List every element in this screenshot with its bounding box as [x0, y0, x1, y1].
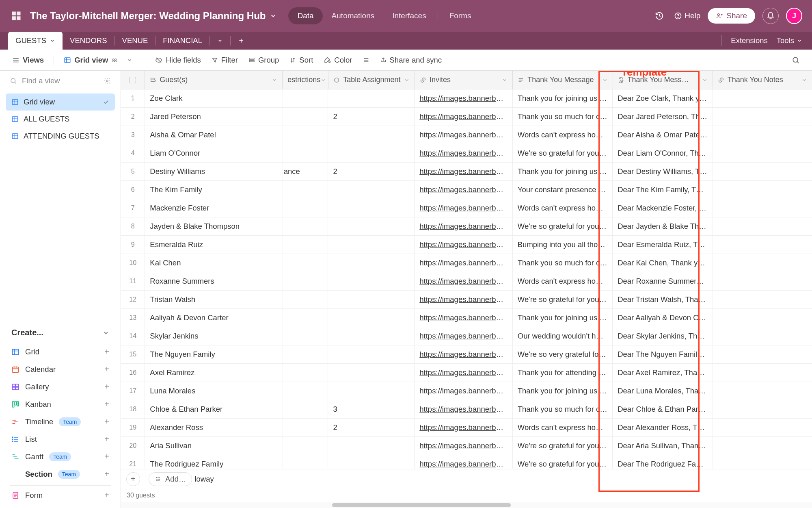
cell-thank-you-message[interactable]: Thank you for attending o…: [513, 364, 613, 382]
create-form[interactable]: Form+: [10, 486, 111, 504]
cell-table-assignment[interactable]: 2: [328, 419, 415, 436]
cell-thank-you-message[interactable]: Thank you so much for ce…: [513, 400, 613, 418]
create-calendar[interactable]: Calendar+: [10, 360, 111, 378]
row-number[interactable]: 8: [121, 217, 145, 235]
horizontal-scrollbar[interactable]: [121, 502, 812, 508]
cell-thank-you-template[interactable]: Dear Chloe & Ethan Parke…: [613, 400, 713, 418]
cell-table-assignment[interactable]: [328, 291, 415, 308]
add-record-plus[interactable]: +: [121, 469, 145, 488]
cell-thank-you-message[interactable]: Bumping into you all thos…: [513, 236, 613, 254]
plus-icon[interactable]: +: [104, 469, 109, 479]
table-row[interactable]: 7Mackenzie Fosterhttps://images.bannerbe…: [121, 199, 812, 217]
cell-guest[interactable]: Alexander Ross: [145, 419, 283, 436]
cell-guest[interactable]: Kai Chen: [145, 254, 283, 272]
cell-restrictions[interactable]: [283, 455, 328, 469]
cell-guest[interactable]: Aria Sullivan: [145, 437, 283, 455]
cell-thank-you-message[interactable]: Thank you so much for ce…: [513, 108, 613, 126]
hide-fields-button[interactable]: Hide fields: [151, 53, 205, 67]
cell-table-assignment[interactable]: [328, 437, 415, 455]
cell-thank-you-template[interactable]: Dear Mackenzie Foster, T…: [613, 199, 713, 217]
cell-invites[interactable]: https://images.bannerbea...: [415, 108, 512, 126]
cell-restrictions[interactable]: [283, 272, 328, 290]
cell-guest[interactable]: The Nguyen Family: [145, 345, 283, 363]
cell-guest[interactable]: Chloe & Ethan Parker: [145, 400, 283, 418]
cell-invites[interactable]: https://images.bannerbea...: [415, 437, 512, 455]
cell-table-assignment[interactable]: [328, 382, 415, 400]
cell-guest[interactable]: Destiny Williams: [145, 163, 283, 180]
cell-guest[interactable]: Zoe Clark: [145, 89, 283, 107]
plus-icon[interactable]: +: [104, 399, 109, 409]
table-row[interactable]: 17Luna Moraleshttps://images.bannerbea..…: [121, 382, 812, 400]
cell-invites[interactable]: https://images.bannerbea...: [415, 217, 512, 235]
table-row[interactable]: 12Tristan Walshhttps://images.bannerbea.…: [121, 291, 812, 309]
cell-invites[interactable]: https://images.bannerbea...: [415, 236, 512, 254]
cell-thank-you-message[interactable]: We're so grateful for your…: [513, 217, 613, 235]
cell-table-assignment[interactable]: [328, 345, 415, 363]
row-number[interactable]: 17: [121, 382, 145, 400]
cell-restrictions[interactable]: [283, 89, 328, 107]
cell-thank-you-template[interactable]: Dear Jayden & Blake Tho…: [613, 217, 713, 235]
cell-guest[interactable]: Aaliyah & Devon Carter: [145, 309, 283, 327]
cell-thank-you-message[interactable]: Thank you for joining us o…: [513, 309, 613, 327]
plus-icon[interactable]: +: [104, 452, 109, 461]
cell-thank-you-notes[interactable]: [713, 144, 812, 162]
cell-invites[interactable]: https://images.bannerbea...: [415, 272, 512, 290]
find-view-input[interactable]: Find a view: [0, 71, 121, 91]
select-all-checkbox[interactable]: [121, 71, 145, 89]
cell-invites[interactable]: https://images.bannerbea...: [415, 455, 512, 469]
cell-invites[interactable]: https://images.bannerbea...: [415, 181, 512, 199]
table-row[interactable]: 20Aria Sullivanhttps://images.bannerbea.…: [121, 437, 812, 455]
column-header-table-assignment[interactable]: Table Assignment: [328, 71, 415, 89]
cell-thank-you-template[interactable]: Dear Tristan Walsh, Than…: [613, 291, 713, 308]
cell-restrictions[interactable]: [283, 309, 328, 327]
cell-thank-you-notes[interactable]: [713, 327, 812, 345]
create-kanban[interactable]: Kanban+: [10, 395, 111, 413]
nav-data[interactable]: Data: [288, 7, 322, 24]
cell-thank-you-notes[interactable]: [713, 345, 812, 363]
column-header-thank-you-notes[interactable]: Thank You Notes: [713, 71, 812, 89]
cell-restrictions[interactable]: ance: [283, 163, 328, 180]
create-grid[interactable]: Grid+: [10, 343, 111, 360]
cell-thank-you-template[interactable]: Dear Aria Sullivan, Thank …: [613, 437, 713, 455]
cell-table-assignment[interactable]: [328, 144, 415, 162]
cell-thank-you-notes[interactable]: [713, 437, 812, 455]
cell-thank-you-message[interactable]: We're so grateful for your…: [513, 455, 613, 469]
row-number[interactable]: 3: [121, 126, 145, 144]
cell-thank-you-notes[interactable]: [713, 181, 812, 199]
cell-table-assignment[interactable]: [328, 327, 415, 345]
cell-restrictions[interactable]: [283, 382, 328, 400]
column-header-invites[interactable]: Invites: [415, 71, 513, 89]
cell-thank-you-notes[interactable]: [713, 455, 812, 469]
notifications-button[interactable]: [762, 8, 779, 24]
nav-forms[interactable]: Forms: [441, 7, 480, 24]
scrollbar-thumb[interactable]: [332, 503, 511, 507]
cell-thank-you-notes[interactable]: [713, 126, 812, 144]
cell-guest[interactable]: Aisha & Omar Patel: [145, 126, 283, 144]
history-icon[interactable]: [652, 9, 667, 23]
row-number[interactable]: 13: [121, 309, 145, 327]
cell-thank-you-template[interactable]: Dear Luna Morales, Than…: [613, 382, 713, 400]
sort-button[interactable]: Sort: [285, 53, 317, 67]
cell-invites[interactable]: https://images.bannerbea...: [415, 126, 512, 144]
table-row[interactable]: 15The Nguyen Familyhttps://images.banner…: [121, 345, 812, 364]
cell-invites[interactable]: https://images.bannerbea...: [415, 291, 512, 308]
help-button[interactable]: Help: [674, 11, 700, 20]
cell-thank-you-template[interactable]: Dear Kai Chen, Thank you…: [613, 254, 713, 272]
cell-table-assignment[interactable]: [328, 309, 415, 327]
cell-table-assignment[interactable]: [328, 89, 415, 107]
cell-thank-you-message[interactable]: Words can't express how …: [513, 126, 613, 144]
cell-guest[interactable]: Roxanne Summers: [145, 272, 283, 290]
avatar[interactable]: J: [786, 8, 802, 24]
cell-thank-you-message[interactable]: Your constant presence h…: [513, 181, 613, 199]
column-header-guest[interactable]: Guest(s): [145, 71, 283, 89]
row-number[interactable]: 1: [121, 89, 145, 107]
sidebar-view-attending-guests[interactable]: ATTENDING GUESTS: [6, 128, 115, 145]
cell-restrictions[interactable]: [283, 236, 328, 254]
cell-invites[interactable]: https://images.bannerbea...: [415, 400, 512, 418]
cell-table-assignment[interactable]: [328, 126, 415, 144]
row-number[interactable]: 7: [121, 199, 145, 217]
table-row[interactable]: 2Jared Peterson2https://images.bannerbea…: [121, 108, 812, 126]
cell-thank-you-notes[interactable]: [713, 291, 812, 308]
tab-guests[interactable]: GUESTS: [8, 32, 63, 50]
cell-invites[interactable]: https://images.bannerbea...: [415, 199, 512, 217]
